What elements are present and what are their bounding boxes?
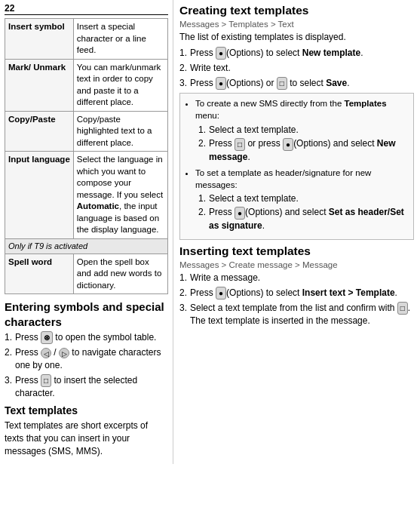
table-row: Copy/PasteCopy/paste highlighted text to…: [5, 111, 168, 152]
step-number: 1.: [5, 331, 15, 344]
step-number: 2.: [198, 137, 209, 150]
inline-button[interactable]: □: [277, 77, 287, 90]
step-number: 2.: [5, 346, 15, 359]
inserting-heading: Inserting text templates: [179, 244, 414, 259]
list-item: 1.Press ●(Options) to select New templat…: [179, 47, 414, 60]
entering-steps-list: 1.Press ⊛ to open the symbol table.2.Pre…: [5, 331, 168, 400]
entering-symbols-heading: Entering symbols and special characters: [5, 300, 168, 329]
inline-button[interactable]: ●: [216, 287, 226, 300]
creating-intro: The list of existing templates is displa…: [179, 31, 414, 44]
options-label: (Options): [226, 287, 263, 298]
feature-label: Input language: [5, 152, 74, 239]
only-if-row: Only if T9 is activated: [5, 238, 168, 254]
feature-desc: Copy/paste highlighted text to a differe…: [73, 111, 167, 152]
page-number: 22: [5, 3, 168, 15]
list-item: 2.Press ●(Options) and select Set as hea…: [198, 206, 409, 232]
creating-steps-list: 1.Press ●(Options) to select New templat…: [179, 47, 414, 90]
table-row: Mark/ UnmarkYou can mark/unmark text in …: [5, 59, 168, 111]
options-label: (Options): [293, 138, 330, 149]
inline-button[interactable]: □: [397, 302, 408, 315]
feature-desc: You can mark/unmark text in order to cop…: [73, 59, 167, 111]
symbol-table-button[interactable]: ⊛: [41, 331, 53, 344]
feature-label: Mark/ Unmark: [5, 59, 74, 111]
step-number: 3.: [179, 77, 190, 90]
step-text: Press ●(Options) to select New template.: [190, 47, 363, 60]
right-column: Creating text templates Messages > Templ…: [173, 0, 420, 464]
sub-step-text: Select a text template.: [209, 124, 299, 137]
left-column: 22 Insert symbolInsert a special charact…: [0, 0, 173, 464]
inserting-steps-list: 1.Write a message.2.Press ●(Options) to …: [179, 272, 414, 327]
options-label: (Options): [226, 78, 263, 88]
creating-heading: Creating text templates: [179, 3, 414, 18]
sub-steps-list: 1.Select a text template.2.Press ●(Optio…: [195, 192, 409, 232]
step-text: Press □ to insert the selected character…: [15, 374, 168, 400]
step-number: 1.: [179, 272, 190, 284]
list-item: 3.Press □ to insert the selected charact…: [5, 374, 168, 400]
sub-step-text: Press ●(Options) and select Set as heade…: [209, 206, 409, 232]
options-label: (Options): [226, 48, 263, 58]
step-number: 1.: [198, 124, 209, 137]
sub-step-text: Press □ or press ●(Options) and select N…: [209, 137, 409, 163]
list-item: 1.Select a text template.: [198, 124, 409, 137]
sub-steps-list: 1.Select a text template.2.Press □ or pr…: [195, 124, 409, 164]
list-item: 2.Press □ or press ●(Options) and select…: [198, 137, 409, 163]
step-number: 3.: [5, 374, 15, 387]
list-item: 1.Write a message.: [179, 272, 414, 284]
step-text: Write a message.: [190, 272, 260, 284]
list-item: 2.Press ●(Options) to select Insert text…: [179, 287, 414, 300]
info-box-list: To create a new SMS directly from the Te…: [185, 97, 409, 232]
step-number: 3.: [179, 302, 190, 315]
inline-button[interactable]: ●: [216, 47, 226, 60]
info-box: To create a new SMS directly from the Te…: [179, 93, 414, 239]
step-text: Write text.: [190, 62, 231, 75]
bullet-intro: To set a template as header/signature fo…: [195, 167, 409, 191]
step-text: Press ⊛ to open the symbol table.: [15, 331, 156, 344]
inline-button[interactable]: ●: [216, 77, 226, 90]
inline-nav-button: ◁: [41, 348, 51, 358]
text-templates-heading: Text templates: [5, 404, 168, 417]
feature-label: Insert symbol: [5, 19, 74, 60]
list-item: To create a new SMS directly from the Te…: [195, 97, 409, 163]
inline-nav-button: ▷: [59, 348, 69, 358]
spell-word-desc: Open the spell box and add new words to …: [73, 254, 167, 294]
step-number: 2.: [179, 287, 190, 300]
inline-button[interactable]: ●: [283, 138, 293, 151]
step-text: Press ●(Options) or □ to select Save.: [190, 77, 350, 90]
list-item: 2.Write text.: [179, 62, 414, 75]
step-text: Press ◁ / ▷ to navigate characters one b…: [15, 346, 168, 372]
list-item: 2.Press ◁ / ▷ to navigate characters one…: [5, 346, 168, 372]
feature-table: Insert symbolInsert a special character …: [5, 18, 168, 294]
text-templates-desc: Text templates are short excerpts of tex…: [5, 419, 168, 457]
feature-label: Copy/Paste: [5, 111, 74, 152]
table-row: Spell wordOpen the spell box and add new…: [5, 254, 168, 294]
step-number: 2.: [198, 206, 209, 219]
only-if-label: Only if T9 is activated: [5, 238, 168, 254]
list-item: 3.Select a text template from the list a…: [179, 302, 414, 327]
table-row: Insert symbolInsert a special character …: [5, 19, 168, 60]
step-text: Press ●(Options) to select Insert text >…: [190, 287, 397, 300]
inline-button[interactable]: □: [235, 138, 245, 151]
inline-button[interactable]: □: [41, 374, 51, 387]
table-row: Input languageSelect the language in whi…: [5, 152, 168, 239]
options-label: (Options): [245, 207, 282, 217]
list-item: 3.Press ●(Options) or □ to select Save.: [179, 77, 414, 90]
step-number: 1.: [179, 47, 190, 60]
step-number: 1.: [198, 192, 209, 205]
feature-desc: Insert a special character or a line fee…: [73, 19, 167, 60]
step-text: Select a text template from the list and…: [190, 302, 414, 327]
inline-button[interactable]: ●: [235, 207, 245, 220]
sub-step-text: Select a text template.: [209, 192, 299, 205]
list-item: 1.Press ⊛ to open the symbol table.: [5, 331, 168, 344]
feature-desc: Select the language in which you want to…: [73, 152, 167, 239]
inserting-path: Messages > Create message > Message: [179, 260, 414, 269]
creating-path: Messages > Templates > Text: [179, 20, 414, 29]
bullet-intro: To create a new SMS directly from the Te…: [195, 97, 409, 121]
list-item: To set a template as header/signature fo…: [195, 167, 409, 232]
step-number: 2.: [179, 62, 190, 75]
list-item: 1.Select a text template.: [198, 192, 409, 205]
spell-word-label: Spell word: [5, 254, 74, 294]
page-container: 22 Insert symbolInsert a special charact…: [0, 0, 420, 464]
